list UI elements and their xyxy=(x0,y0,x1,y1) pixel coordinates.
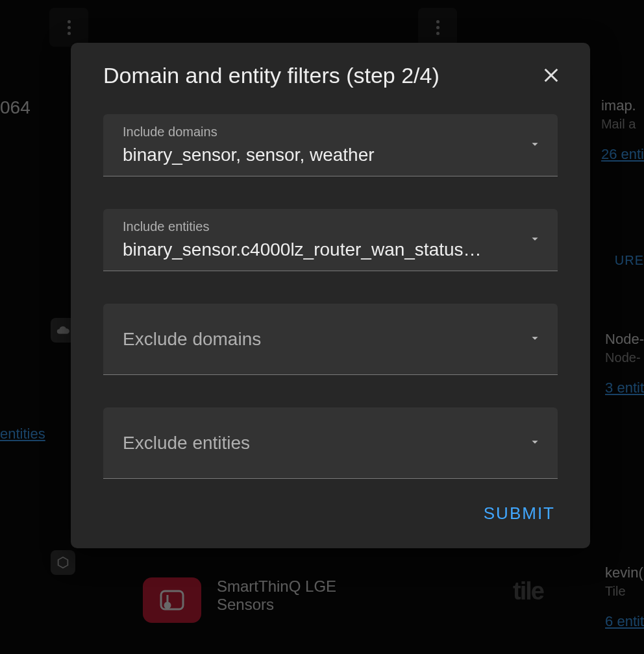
exclude-domains-select[interactable]: Exclude domains xyxy=(103,304,558,375)
submit-button[interactable]: SUBMIT xyxy=(481,498,558,529)
include-entities-select[interactable]: Include entities binary_sensor.c4000lz_r… xyxy=(103,209,558,271)
dialog-footer: SUBMIT xyxy=(71,485,590,542)
dialog-title: Domain and entity filters (step 2/4) xyxy=(103,63,440,88)
field-label: Include domains xyxy=(123,125,528,139)
dialog-body: Include domains binary_sensor, sensor, w… xyxy=(71,95,590,485)
filter-dialog: Domain and entity filters (step 2/4) Inc… xyxy=(71,43,590,548)
field-value: binary_sensor.c4000lz_router_wan_status,… xyxy=(123,239,486,260)
close-button[interactable] xyxy=(538,62,564,88)
field-label: Exclude entities xyxy=(123,433,528,454)
chevron-down-icon xyxy=(528,137,542,154)
include-domains-select[interactable]: Include domains binary_sensor, sensor, w… xyxy=(103,114,558,176)
chevron-down-icon xyxy=(528,232,542,248)
field-value: binary_sensor, sensor, weather xyxy=(123,145,486,165)
chevron-down-icon xyxy=(528,331,542,348)
chevron-down-icon xyxy=(528,435,542,452)
field-label: Include entities xyxy=(123,219,528,234)
close-icon xyxy=(542,66,560,84)
exclude-entities-select[interactable]: Exclude entities xyxy=(103,407,558,479)
field-label: Exclude domains xyxy=(123,329,528,350)
dialog-header: Domain and entity filters (step 2/4) xyxy=(71,43,590,95)
